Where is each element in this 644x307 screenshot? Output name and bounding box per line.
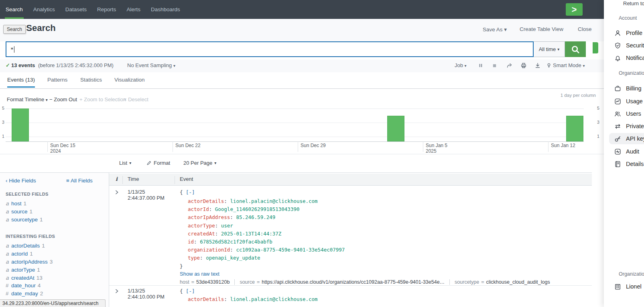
x-axis-label: Sun Dec 29 xyxy=(301,143,326,148)
panel-item-security[interactable]: Security xyxy=(614,40,644,51)
all-fields-button[interactable]: ≡ All Fields xyxy=(66,178,93,184)
summary-field-host[interactable]: host=53de4339120b xyxy=(180,279,230,285)
close-button[interactable]: Close xyxy=(578,26,592,32)
x-axis-tick xyxy=(173,141,173,152)
json-colon: : xyxy=(230,214,236,220)
format-timeline-dropdown[interactable]: Format Timeline ▾ xyxy=(7,96,48,102)
expand-event-icon[interactable] xyxy=(115,289,119,294)
json-value[interactable]: openapi_key_update xyxy=(206,255,260,261)
field-item-actorId[interactable]: aactorId1 xyxy=(6,250,33,257)
create-table-view-button[interactable]: Create Table View xyxy=(520,26,563,32)
share-button[interactable] xyxy=(506,61,514,70)
field-item-actorDetails[interactable]: aactorDetails1 xyxy=(6,242,45,249)
panel-item-notifications[interactable]: Notifications xyxy=(614,52,644,63)
field-name[interactable]: sourcetype xyxy=(11,217,38,223)
page-header xyxy=(0,19,604,41)
field-name[interactable]: createdAt xyxy=(11,275,35,281)
histogram-bar[interactable] xyxy=(387,116,404,142)
return-to-link[interactable]: Return to xyxy=(623,0,644,6)
json-value[interactable]: Google_114602629918513043390 xyxy=(215,206,300,212)
field-item-actorType[interactable]: aactorType1 xyxy=(6,266,40,273)
json-key: organizationId xyxy=(188,247,230,253)
field-item-date_mday[interactable]: #date_mday2 xyxy=(6,291,43,297)
tab-patterns[interactable]: Patterns xyxy=(47,77,67,86)
tab-visualization[interactable]: Visualization xyxy=(114,77,145,86)
json-value[interactable]: cc1092aa-8775-459e-9401-33e54ec07997 xyxy=(236,247,345,253)
equals-sign: = xyxy=(191,279,194,285)
save-as-button[interactable]: Save As ▾ xyxy=(483,26,507,33)
nav-item-dashboards[interactable]: Dashboards xyxy=(151,0,180,19)
field-item-host[interactable]: ahost1 xyxy=(6,200,26,207)
format-results-button[interactable]: Format xyxy=(146,160,170,166)
field-distinct-count: 1 xyxy=(40,217,43,223)
x-axis-line xyxy=(6,141,584,142)
field-name[interactable]: actorId xyxy=(11,251,28,257)
json-value[interactable]: user xyxy=(221,223,233,229)
panel-item-lionel[interactable]: Lionel xyxy=(614,281,642,292)
show-raw-text-link[interactable]: Show as raw text xyxy=(180,271,219,277)
nav-item-alerts[interactable]: Alerts xyxy=(126,0,140,19)
panel-item-details[interactable]: Details xyxy=(614,158,644,170)
field-name[interactable]: host xyxy=(11,201,22,207)
field-item-actorIpAddress[interactable]: aactorIpAddress3 xyxy=(6,258,53,265)
zoom-out-button[interactable]: − Zoom Out xyxy=(49,96,77,102)
deselect-button[interactable]: × Deselect xyxy=(124,96,148,102)
histogram-bar[interactable] xyxy=(12,108,29,141)
zoom-to-selection-button[interactable]: + Zoom to Selection xyxy=(79,96,126,102)
list-view-dropdown[interactable]: List▾ xyxy=(119,160,131,166)
event-time: 1/13/252:44:37.000 PM xyxy=(128,189,165,201)
hide-fields-button[interactable]: ‹ Hide Fields xyxy=(6,178,36,184)
nav-item-datasets[interactable]: Datasets xyxy=(65,0,87,19)
nav-item-analytics[interactable]: Analytics xyxy=(33,0,55,19)
stop-button[interactable] xyxy=(490,61,498,70)
summary-field-sourcetype[interactable]: sourcetype=clickhouse_cloud_audit_logs xyxy=(455,279,550,285)
chart-gridline xyxy=(6,123,584,123)
json-value[interactable]: 678526d582c1f20fac4babfb xyxy=(200,239,272,245)
field-item-createdAt[interactable]: acreatedAt13 xyxy=(6,274,43,281)
panel-item-usage[interactable]: Usage xyxy=(614,96,643,107)
panel-item-audit[interactable]: Audit xyxy=(614,146,639,157)
field-name[interactable]: actorIpAddress xyxy=(11,259,48,265)
field-name[interactable]: actorType xyxy=(11,267,35,273)
nav-item-search[interactable]: Search xyxy=(6,0,23,19)
pause-button[interactable] xyxy=(477,61,485,70)
job-menu[interactable]: Job ▾ xyxy=(455,62,467,68)
per-page-dropdown[interactable]: 20 Per Page▾ xyxy=(183,160,216,166)
export-button[interactable] xyxy=(534,61,542,70)
splunk-logo-icon[interactable]: > xyxy=(566,3,583,16)
json-value[interactable]: lionel.palacin@clickhouse.com xyxy=(230,296,317,302)
json-value[interactable]: 2025-01-13T14:44:37Z xyxy=(221,231,282,237)
field-name[interactable]: actorDetails xyxy=(11,243,40,249)
histogram-bar[interactable] xyxy=(566,116,583,142)
panel-item-profile[interactable]: Profile xyxy=(614,27,642,39)
json-value[interactable]: 85.246.59.249 xyxy=(236,214,275,220)
string-field-icon: a xyxy=(6,208,11,215)
panel-item-users[interactable]: Users xyxy=(614,108,641,119)
search-button[interactable] xyxy=(565,41,586,57)
field-name[interactable]: date_mday xyxy=(11,291,38,297)
text-cursor xyxy=(14,46,14,53)
expand-event-icon[interactable] xyxy=(115,190,119,195)
panel-item-api-keys[interactable]: API keys xyxy=(614,133,644,144)
collapse-json-link[interactable]: [-] xyxy=(186,189,195,195)
collapse-json-link[interactable]: [-] xyxy=(186,288,195,294)
event-sampling-dropdown[interactable]: No Event Sampling ▾ xyxy=(127,62,175,68)
field-item-source[interactable]: asource1 xyxy=(6,208,33,215)
panel-item-label: Billing xyxy=(626,85,642,92)
search-mode-dropdown[interactable]: Smart Mode ▾ xyxy=(553,62,585,68)
field-item-date_hour[interactable]: #date_hour4 xyxy=(6,282,41,289)
panel-item-billing[interactable]: Billing xyxy=(614,83,642,94)
print-button[interactable] xyxy=(520,61,528,70)
y-axis-tick-right: 3 xyxy=(597,120,599,125)
field-item-sourcetype[interactable]: asourcetype1 xyxy=(6,216,43,223)
time-range-picker[interactable]: All time▾ xyxy=(534,41,565,57)
tab-events-[interactable]: Events (13) xyxy=(7,77,35,88)
json-value[interactable]: lionel.palacin@clickhouse.com xyxy=(230,198,317,204)
nav-item-reports[interactable]: Reports xyxy=(97,0,116,19)
panel-item-private[interactable]: Private xyxy=(614,121,644,132)
field-name[interactable]: date_hour xyxy=(11,282,36,289)
summary-field-source[interactable]: source=https://api.clickhouse.cloud/v1/o… xyxy=(240,279,445,285)
search-input[interactable]: * xyxy=(6,41,534,57)
field-name[interactable]: source xyxy=(11,209,28,215)
tab-statistics[interactable]: Statistics xyxy=(80,77,102,86)
